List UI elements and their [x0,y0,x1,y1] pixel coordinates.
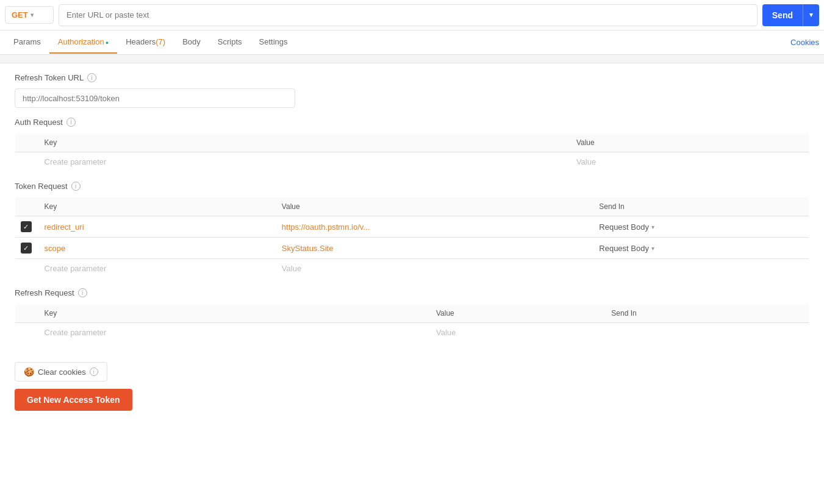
method-value: GET [12,10,28,20]
clear-cookies-info-icon[interactable]: i [90,367,98,376]
send-in-chevron-icon: ▾ [651,224,654,230]
get-new-access-token-button[interactable]: Get New Access Token [15,389,132,411]
url-input[interactable] [59,4,758,26]
refresh-token-url-info-icon[interactable]: i [87,73,96,82]
refresh-value-col-header: Value [429,304,604,323]
refresh-token-url-input[interactable] [15,88,295,108]
cookies-link[interactable]: Cookies [790,38,819,47]
token-row-scope-sendin[interactable]: Request Body ▾ [592,238,809,259]
auth-request-info-icon[interactable]: i [66,118,76,127]
get-token-label: Get New Access Token [27,395,120,405]
token-row-scope-checkbox[interactable]: ✓ [21,243,32,254]
refresh-placeholder-value[interactable]: Value [429,323,604,343]
bottom-actions: 🍪 Clear cookies i Get New Access Token [0,352,824,425]
tab-authorization[interactable]: Authorization● [49,31,117,54]
tab-scripts[interactable]: Scripts [209,31,251,54]
token-request-label: Token Request i [15,182,809,191]
refresh-request-info-icon[interactable]: i [78,288,87,297]
token-checkbox-col-header [15,197,37,216]
token-row-scope-value[interactable]: SkyStatus.Site [274,238,592,259]
top-bar: GET ▾ Send ▾ [0,0,824,30]
token-placeholder-value[interactable]: Value [274,259,592,279]
refresh-token-url-section: Refresh Token URL i [0,63,824,118]
token-request-section: Token Request i Key Value Send In ✓ [0,182,824,288]
token-row-redirect-uri: ✓ redirect_uri https://oauth.pstmn.io/v.… [15,216,809,238]
refresh-request-section: Refresh Request i Key Value Send In Crea… [0,288,824,352]
refresh-placeholder-row: Create parameter Value [15,323,809,343]
token-row-scope: ✓ scope SkyStatus.Site Request Body ▾ [15,238,809,259]
authorization-dot: ● [106,40,109,46]
headers-count: (7) [156,37,165,46]
tab-body[interactable]: Body [174,31,209,54]
token-value-col-header: Value [274,197,592,216]
send-in-value: Request Body [599,222,649,232]
token-row-redirect-uri-value[interactable]: https://oauth.pstmn.io/v... [274,216,592,238]
method-chevron-icon: ▾ [30,12,34,18]
token-row-redirect-uri-checkbox-cell[interactable]: ✓ [15,216,37,238]
auth-placeholder-value[interactable]: Value [569,152,809,172]
token-placeholder-key[interactable]: Create parameter [37,259,274,279]
auth-value-col-header: Value [569,133,809,152]
token-row-redirect-uri-sendin[interactable]: Request Body ▾ [592,216,809,238]
refresh-placeholder-key[interactable]: Create parameter [37,323,429,343]
auth-request-label: Auth Request i [15,118,809,127]
clear-cookies-label: Clear cookies [38,367,86,377]
refresh-token-url-label: Refresh Token URL i [15,73,809,82]
refresh-request-label: Refresh Request i [15,288,809,297]
send-button[interactable]: Send ▾ [762,4,819,26]
refresh-placeholder-checkbox-cell [15,323,37,343]
send-in-chevron-icon-2: ▾ [651,245,654,252]
auth-placeholder-checkbox-cell [15,152,37,172]
refresh-key-col-header: Key [37,304,429,323]
refresh-checkbox-col-header [15,304,37,323]
token-placeholder-row: Create parameter Value [15,259,809,279]
send-in-value-2: Request Body [599,244,649,253]
method-dropdown[interactable]: GET ▾ [5,6,54,24]
auth-key-col-header: Key [37,133,569,152]
token-row-redirect-uri-checkbox[interactable]: ✓ [21,221,32,232]
send-arrow-icon[interactable]: ▾ [803,11,819,19]
token-request-info-icon[interactable]: i [71,182,81,191]
cookie-icon: 🍪 [24,367,34,377]
tab-headers[interactable]: Headers(7) [117,31,174,54]
token-placeholder-sendin [592,259,809,279]
token-row-scope-key[interactable]: scope [37,238,274,259]
auth-placeholder-key[interactable]: Create parameter [37,152,569,172]
refresh-placeholder-sendin [604,323,809,343]
refresh-sendin-col-header: Send In [604,304,809,323]
token-request-table: Key Value Send In ✓ redirect_uri https:/… [15,197,809,279]
token-key-col-header: Key [37,197,274,216]
token-row-scope-checkbox-cell[interactable]: ✓ [15,238,37,259]
gray-bar [0,55,824,63]
tabs-bar: Params Authorization● Headers(7) Body Sc… [0,30,824,55]
checkmark-icon: ✓ [23,223,29,231]
checkmark-icon-2: ✓ [23,244,29,252]
clear-cookies-button[interactable]: 🍪 Clear cookies i [15,362,107,382]
token-row-redirect-uri-key[interactable]: redirect_uri [37,216,274,238]
auth-request-table: Key Value Create parameter Value [15,133,809,172]
auth-request-section: Auth Request i Key Value Create paramete… [0,118,824,182]
auth-request-placeholder-row: Create parameter Value [15,152,809,172]
token-sendin-col-header: Send In [592,197,809,216]
auth-checkbox-col-header [15,133,37,152]
refresh-request-table: Key Value Send In Create parameter Value [15,303,809,343]
main-content: Refresh Token URL i Auth Request i Key V… [0,55,824,504]
tab-settings[interactable]: Settings [251,31,296,54]
send-button-label: Send [762,10,803,20]
tab-params[interactable]: Params [5,31,49,54]
token-placeholder-checkbox-cell [15,259,37,279]
